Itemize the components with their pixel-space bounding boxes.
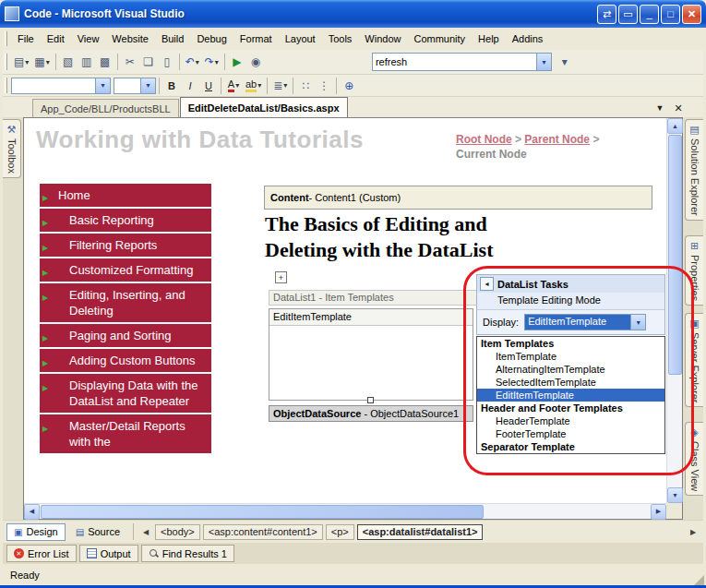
bullet-list-button[interactable]: ∷ [296, 77, 315, 95]
tag-scroll-right-button[interactable]: ▶ [687, 524, 700, 540]
menu-help[interactable]: Help [472, 30, 506, 48]
find-results-tab[interactable]: Find Results 1 [141, 545, 234, 562]
minimize-button[interactable]: _ [640, 5, 659, 24]
font-name-input[interactable] [12, 80, 95, 91]
paste-button[interactable]: ▯ [158, 53, 176, 71]
underline-button[interactable]: U [199, 77, 218, 95]
alignment-button[interactable]: ≣▾ [270, 77, 290, 95]
menu-layout[interactable]: Layout [279, 30, 322, 48]
nav-item-editing-inserting-deleting[interactable]: ▶Editing, Inserting, and Deleting [40, 283, 211, 322]
italic-button[interactable]: I [181, 77, 199, 95]
nav-item-adding-custom-buttons[interactable]: ▶Adding Custom Buttons [40, 349, 211, 372]
resize-handle[interactable] [367, 397, 374, 403]
display-combo-dropdown-button[interactable]: ▼ [630, 315, 645, 330]
font-color-button[interactable]: A▾ [224, 77, 243, 95]
menu-website[interactable]: Website [105, 30, 155, 48]
tag-asp-datalist[interactable]: <asp:datalist#datalist1> [357, 524, 484, 540]
redo-button[interactable]: ↷▾ [202, 53, 221, 71]
nav-item-master-detail-reports[interactable]: ▶Master/Detail Reports with the [40, 414, 211, 453]
nav-item-home[interactable]: ▶Home [40, 184, 211, 207]
error-list-tab[interactable]: ✕ Error List [6, 545, 77, 562]
document-list-button[interactable]: ▼ [652, 101, 667, 115]
undo-button[interactable]: ↶▾ [183, 53, 202, 71]
font-name-combo: ▼ [11, 78, 111, 94]
font-size-dropdown-button[interactable]: ▼ [140, 78, 155, 93]
dropdown-option-itemtemplate[interactable]: ItemTemplate [477, 350, 664, 363]
cut-button[interactable]: ✂ [121, 53, 139, 71]
scroll-up-button[interactable]: ▲ [667, 118, 683, 134]
save-all-button[interactable]: ▩ [96, 53, 114, 71]
close-document-button[interactable]: ✕ [671, 101, 686, 115]
close-button[interactable]: ✕ [682, 5, 701, 24]
nav-item-paging-sorting[interactable]: ▶Paging and Sorting [40, 324, 211, 347]
dropdown-option-edititemtemplate[interactable]: EditItemTemplate [477, 389, 664, 402]
tab-basics-aspx[interactable]: EditDeleteDataList/Basics.aspx [180, 97, 348, 117]
menu-window[interactable]: Window [358, 30, 407, 48]
dropdown-option-headertemplate[interactable]: HeaderTemplate [477, 414, 664, 427]
nav-item-basic-reporting[interactable]: ▶Basic Reporting [40, 209, 211, 232]
class-view-tab[interactable]: ◈ Class View [685, 422, 703, 496]
tag-asp-content[interactable]: <asp:content#content1> [203, 524, 323, 540]
tag-p[interactable]: <p> [326, 524, 354, 540]
display-combo[interactable]: EditItemTemplate ▼ [524, 314, 646, 330]
nav-item-customized-formatting[interactable]: ▶Customized Formatting [40, 258, 211, 282]
save-button[interactable]: ▥ [78, 53, 96, 71]
content-placeholder-header[interactable]: Content - Content1 (Custom) [264, 186, 652, 210]
menu-file[interactable]: File [11, 30, 41, 48]
open-file-button[interactable]: ▧ [59, 53, 78, 71]
menu-community[interactable]: Community [407, 30, 472, 48]
menu-view[interactable]: View [71, 30, 106, 48]
dock-toggle-button[interactable]: ⇄ [597, 5, 616, 24]
scroll-down-button[interactable]: ▼ [667, 487, 683, 503]
dropdown-option-alternatingitemtemplate[interactable]: AlternatingItemTemplate [477, 363, 664, 376]
find-combo-input[interactable] [373, 56, 536, 67]
menu-addins[interactable]: Addins [506, 30, 550, 48]
highlight-button[interactable]: ab▾ [243, 77, 264, 95]
hyperlink-button[interactable]: ⊕ [340, 77, 358, 95]
properties-tab[interactable]: ⊞ Properties [685, 235, 703, 306]
add-item-button[interactable]: ▦▾ [31, 53, 52, 71]
find-combo-dropdown-button[interactable]: ▼ [536, 54, 551, 70]
menu-debug[interactable]: Debug [190, 30, 233, 48]
tab-productsbll[interactable]: App_Code/BLL/ProductsBLL [32, 99, 179, 117]
numbered-list-button[interactable]: ⋮ [315, 77, 333, 95]
popout-button[interactable]: ▭ [618, 5, 638, 24]
nav-item-displaying-datalist-repeater[interactable]: ▶Displaying Data with the DataList and R… [40, 374, 211, 413]
new-project-button[interactable]: ▤▾ [11, 53, 31, 71]
toolbar-options-button[interactable]: ▾ [556, 53, 574, 71]
move-handle[interactable]: + [275, 271, 287, 283]
menu-format[interactable]: Format [233, 30, 279, 48]
tag-body[interactable]: <body> [155, 524, 200, 540]
dropdown-option-footertemplate[interactable]: FooterTemplate [477, 427, 664, 440]
dropdown-option-selecteditemtemplate[interactable]: SelectedItemTemplate [477, 376, 664, 389]
menu-build[interactable]: Build [155, 30, 190, 48]
font-size-input[interactable] [114, 80, 140, 91]
source-view-button[interactable]: ▤ Source [68, 523, 127, 541]
edit-item-template-region[interactable]: EditItemTemplate [269, 308, 473, 401]
vertical-scroll-thumb[interactable] [668, 135, 682, 375]
tag-scroll-left-button[interactable]: ◀ [139, 524, 152, 540]
maximize-button[interactable]: □ [661, 5, 680, 24]
copy-button[interactable]: ❏ [139, 53, 158, 71]
breadcrumb-parent-link[interactable]: Parent Node [524, 133, 590, 146]
smart-tag-collapse-button[interactable]: ◂ [480, 277, 494, 291]
menu-tools[interactable]: Tools [322, 30, 359, 48]
scroll-left-button[interactable]: ◀ [24, 504, 40, 520]
horizontal-scrollbar[interactable]: ◀ ▶ [24, 503, 666, 519]
font-name-dropdown-button[interactable]: ▼ [95, 78, 110, 93]
vertical-scrollbar[interactable]: ▲ ▼ [666, 118, 682, 503]
scroll-right-button[interactable]: ▶ [651, 504, 666, 520]
browse-button[interactable]: ◉ [246, 53, 265, 71]
output-tab[interactable]: Output [79, 545, 138, 562]
bold-button[interactable]: B [162, 77, 181, 95]
design-view-button[interactable]: ▣ Design [6, 523, 66, 541]
objectdatasource-control[interactable]: ObjectDataSource - ObjectDataSource1 [269, 405, 473, 422]
menu-edit[interactable]: Edit [41, 30, 71, 48]
nav-item-filtering-reports[interactable]: ▶Filtering Reports [40, 234, 211, 257]
breadcrumb-root-link[interactable]: Root Node [456, 133, 512, 146]
server-explorer-tab[interactable]: ▣ Server Explorer [685, 313, 703, 407]
horizontal-scroll-thumb[interactable] [41, 505, 484, 519]
solution-explorer-tab[interactable]: ▤ Solution Explorer [685, 119, 703, 221]
toolbox-tab[interactable]: ⚒ Toolbox [3, 119, 21, 178]
start-debug-button[interactable]: ▶ [228, 53, 246, 71]
